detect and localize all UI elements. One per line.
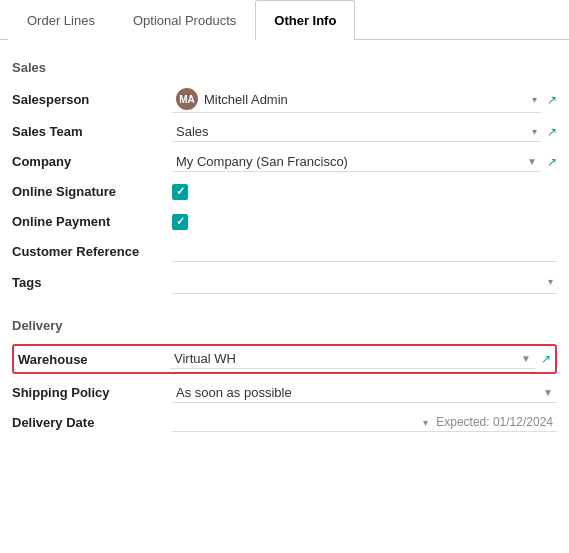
customer-reference-label: Customer Reference [12,244,172,259]
salesperson-text: Mitchell Admin [204,92,528,107]
sales-team-select[interactable]: Sales ▾ [172,122,541,142]
delivery-date-expected: Expected: 01/12/2024 [436,415,553,429]
shipping-policy-select[interactable]: As soon as possible ▼ [172,383,557,403]
company-external-link[interactable]: ↗ [547,155,557,169]
salesperson-avatar: MA [176,88,198,110]
shipping-policy-row: Shipping Policy As soon as possible ▼ [12,378,557,408]
online-payment-label: Online Payment [12,214,172,229]
tabs-container: Order Lines Optional Products Other Info [0,0,569,40]
company-value: My Company (San Francisco) ▼ ↗ [172,152,557,172]
tags-dropdown-icon: ▾ [548,276,553,287]
tab-other-info[interactable]: Other Info [255,0,355,40]
sales-team-external-link[interactable]: ↗ [547,125,557,139]
online-payment-row: Online Payment [12,207,557,237]
delivery-section: Delivery Warehouse Virtual WH ▼ ↗ Shippi… [12,318,557,438]
warehouse-select[interactable]: Virtual WH ▼ [170,349,535,369]
delivery-date-label: Delivery Date [12,415,172,430]
sales-team-value: Sales ▾ ↗ [172,122,557,142]
salesperson-external-link[interactable]: ↗ [547,93,557,107]
tags-label: Tags [12,275,172,290]
company-text: My Company (San Francisco) [176,154,523,169]
tags-row: Tags ▾ [12,267,557,298]
salesperson-value: MA Mitchell Admin ▾ ↗ [172,86,557,113]
online-signature-value [172,184,557,200]
delivery-date-dropdown-icon: ▾ [423,417,428,428]
sales-section-title: Sales [12,60,557,75]
tags-input[interactable]: ▾ [172,270,557,294]
salesperson-label: Salesperson [12,92,172,107]
sales-team-text: Sales [176,124,528,139]
online-signature-checkbox[interactable] [172,184,188,200]
online-signature-label: Online Signature [12,184,172,199]
company-label: Company [12,154,172,169]
sales-team-row: Sales Team Sales ▾ ↗ [12,117,557,147]
company-select[interactable]: My Company (San Francisco) ▼ [172,152,541,172]
content-area: Sales Salesperson MA Mitchell Admin ▾ ↗ … [0,40,569,454]
customer-reference-input[interactable] [172,242,557,262]
salesperson-row: Salesperson MA Mitchell Admin ▾ ↗ [12,83,557,117]
shipping-policy-dropdown-icon: ▼ [543,387,553,398]
company-dropdown-icon: ▼ [527,156,537,167]
tab-optional-products[interactable]: Optional Products [114,0,255,40]
warehouse-dropdown-icon: ▼ [521,353,531,364]
sales-team-dropdown-icon: ▾ [532,126,537,137]
delivery-date-row: Delivery Date ▾ Expected: 01/12/2024 [12,408,557,438]
customer-reference-row: Customer Reference [12,237,557,267]
online-payment-value [172,214,557,230]
shipping-policy-text: As soon as possible [176,385,539,400]
tab-order-lines[interactable]: Order Lines [8,0,114,40]
warehouse-highlight-box: Warehouse Virtual WH ▼ ↗ [12,344,557,374]
delivery-section-title: Delivery [12,318,557,333]
warehouse-external-link[interactable]: ↗ [541,352,551,366]
warehouse-value-area: Virtual WH ▼ ↗ [170,349,551,369]
tags-value: ▾ [172,270,557,294]
delivery-date-field[interactable]: ▾ Expected: 01/12/2024 [172,413,557,432]
warehouse-label: Warehouse [18,352,170,367]
shipping-policy-value: As soon as possible ▼ [172,383,557,403]
salesperson-dropdown-icon: ▾ [532,94,537,105]
online-signature-row: Online Signature [12,177,557,207]
salesperson-select[interactable]: MA Mitchell Admin ▾ [172,86,541,113]
company-row: Company My Company (San Francisco) ▼ ↗ [12,147,557,177]
sales-team-label: Sales Team [12,124,172,139]
warehouse-row: Warehouse Virtual WH ▼ ↗ [12,341,557,378]
sales-section: Sales Salesperson MA Mitchell Admin ▾ ↗ … [12,60,557,298]
customer-reference-value [172,242,557,262]
shipping-policy-label: Shipping Policy [12,385,172,400]
warehouse-text: Virtual WH [174,351,517,366]
online-payment-checkbox[interactable] [172,214,188,230]
delivery-date-value: ▾ Expected: 01/12/2024 [172,413,557,432]
